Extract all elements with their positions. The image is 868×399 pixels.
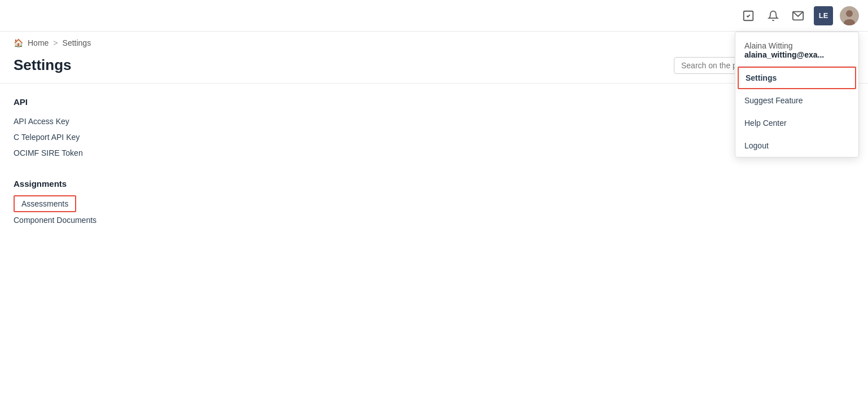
home-icon: 🏠 xyxy=(14,38,23,47)
topbar: LE xyxy=(0,0,868,32)
breadcrumb-home-link[interactable]: Home xyxy=(28,38,49,47)
dropdown-item-logout[interactable]: Logout xyxy=(735,134,858,157)
avatar-initials[interactable]: LE xyxy=(814,6,833,25)
dropdown-menu: Alaina Witting alaina_witting@exa... Set… xyxy=(735,32,859,157)
section-item-component-documents[interactable]: Component Documents xyxy=(14,212,854,228)
section-item-c-teleport-api-key[interactable]: C Teleport API Key xyxy=(14,129,854,145)
section-heading-api: API xyxy=(14,97,854,107)
section-item-ocimf-sire-token[interactable]: OCIMF SIRE Token xyxy=(14,145,854,161)
breadcrumb-separator: > xyxy=(53,38,58,47)
svg-point-3 xyxy=(846,10,853,17)
breadcrumb-current: Settings xyxy=(63,38,91,47)
section-heading-assignments: Assignments xyxy=(14,179,854,188)
dropdown-user-info: Alaina Witting alaina_witting@exa... xyxy=(735,32,858,67)
mail-icon[interactable] xyxy=(789,7,807,25)
section-item-assessments[interactable]: Assessments xyxy=(14,195,76,212)
section-api: APIAPI Access KeyC Teleport API KeyOCIMF… xyxy=(14,97,854,161)
task-icon[interactable] xyxy=(739,7,757,25)
dropdown-item-settings[interactable]: Settings xyxy=(738,67,856,89)
section-assignments: AssignmentsAssessmentsComponent Document… xyxy=(14,179,854,228)
dropdown-item-suggest-feature[interactable]: Suggest Feature xyxy=(735,89,858,112)
page-title: Settings xyxy=(14,56,72,74)
section-item-api-access-key[interactable]: API Access Key xyxy=(14,113,854,129)
dropdown-item-help-center[interactable]: Help Center xyxy=(735,112,858,134)
dropdown-user-email: alaina_witting@exa... xyxy=(744,50,849,59)
dropdown-user-name: Alaina Witting xyxy=(744,41,849,50)
avatar-photo[interactable] xyxy=(840,6,859,25)
bell-icon[interactable] xyxy=(764,7,782,25)
